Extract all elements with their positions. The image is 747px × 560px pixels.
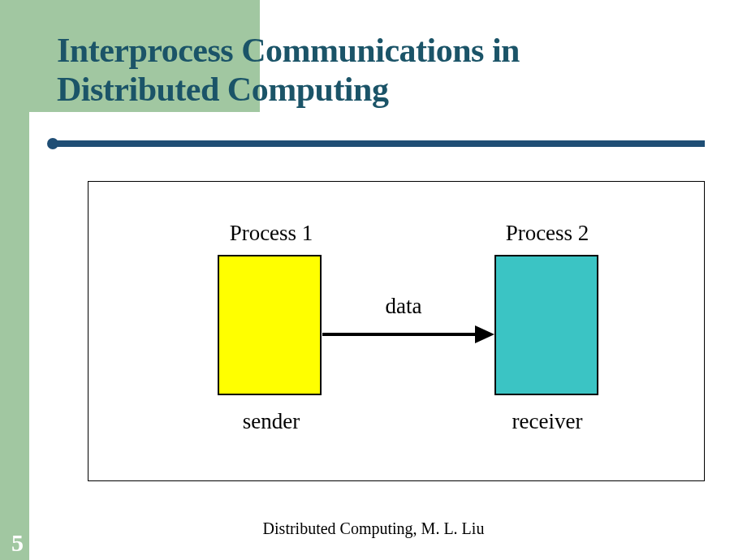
rule-line bbox=[55, 140, 705, 147]
process1-caption: sender bbox=[210, 409, 332, 434]
slide-title: Interprocess Communications in Distribut… bbox=[57, 31, 520, 110]
process2-title: Process 2 bbox=[486, 221, 608, 246]
horizontal-rule bbox=[47, 138, 705, 149]
title-line-2: Distributed Computing bbox=[57, 71, 388, 108]
process2-caption: receiver bbox=[486, 409, 608, 434]
process1-box bbox=[218, 255, 322, 395]
diagram-frame: Process 1 Process 2 data sender receiver bbox=[88, 181, 705, 481]
arrow-label: data bbox=[363, 294, 444, 319]
title-line-1: Interprocess Communications in bbox=[57, 32, 520, 69]
footer-text: Distributed Computing, M. L. Liu bbox=[0, 519, 747, 538]
arrow-icon bbox=[322, 322, 494, 347]
process1-title: Process 1 bbox=[210, 221, 332, 246]
process2-box bbox=[494, 255, 598, 395]
page-number: 5 bbox=[11, 529, 24, 557]
svg-marker-1 bbox=[475, 325, 494, 343]
